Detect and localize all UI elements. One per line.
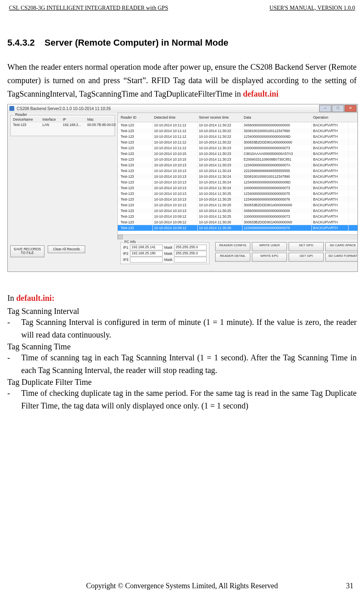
table-cell: 10-10-2014 10:11:12: [153, 139, 198, 145]
app-screenshot: CS208 Backend Server2.0.1.0 10-10-2014 1…: [7, 104, 358, 272]
table-row[interactable]: Test-12310-10-2014 10:10:1310-10-2014 11…: [118, 179, 358, 185]
table-row[interactable]: Test-12310-10-2014 10:10:1510-10-2014 11…: [118, 157, 358, 162]
table-row[interactable]: Test-12310-10-2014 10:11:1210-10-2014 11…: [118, 122, 358, 128]
ip2-field[interactable]: 192.168.25.180: [130, 251, 163, 256]
table-row[interactable]: Test-12310-10-2014 10:10:1310-10-2014 11…: [118, 191, 358, 196]
table-cell: BACKUP\ARTH: [312, 134, 349, 139]
table-cell: 10-10-2014 11:30:24: [198, 174, 243, 179]
table-row[interactable]: Test-12310-10-2014 10:10:1310-10-2014 11…: [118, 196, 358, 202]
mask1-field[interactable]: 255.255.255.0: [174, 245, 207, 250]
scroll-left-icon[interactable]: [118, 235, 123, 239]
get-gpi-button[interactable]: GET GPI: [289, 253, 324, 262]
table-row[interactable]: Test-12310-10-2014 10:10:1310-10-2014 11…: [118, 174, 358, 179]
table-row[interactable]: Test-12310-10-2014 10:11:1210-10-2014 11…: [118, 128, 358, 134]
table-cell: 10-10-2014 10:10:13: [153, 191, 198, 196]
table-cell: 100000000000000000000073: [243, 185, 312, 191]
reader-col-devicename: DeviceName: [13, 117, 42, 121]
table-cell: 300833B2DDD9014000000000: [243, 139, 312, 145]
table-cell: 10-10-2014 11:30:25: [198, 208, 243, 214]
table-cell: E20090331109009B0730C851: [243, 157, 312, 162]
write-user-button[interactable]: WRITE USER: [252, 242, 287, 251]
table-cell: 10-10-2014 10:11:12: [153, 134, 198, 139]
table-row[interactable]: Test-12310-10-2014 10:10:1510-10-2014 11…: [118, 151, 358, 157]
table-cell: Test-123: [119, 151, 153, 157]
table-cell: 345600000000000000000000: [243, 122, 312, 128]
table-cell: BACKUP\ARTH: [312, 145, 349, 151]
table-row[interactable]: Test-12310-10-2014 10:10:1310-10-2014 11…: [118, 168, 358, 174]
table-cell: BACKUP\ARTH: [312, 185, 349, 191]
col-receive-time: Server receive time: [198, 115, 243, 120]
table-cell: Test-123: [119, 208, 153, 214]
mask1-label: Mask: [164, 245, 172, 249]
ip3-label: IP3: [123, 258, 128, 262]
table-cell: BACKUP\ARTH: [312, 214, 349, 219]
table-cell: 10-10-2014 11:30:22: [198, 134, 243, 139]
reader-row[interactable]: Test-123 LAN 192.168.2... 00:05:7B:85:00…: [11, 122, 114, 127]
reader-cell: LAN: [42, 123, 63, 127]
set-gpo-button[interactable]: SET GPO: [289, 242, 324, 251]
table-cell: 10-10-2014 10:09:12: [153, 225, 198, 231]
table-row[interactable]: Test-12310-10-2014 10:11:1210-10-2014 11…: [118, 145, 358, 151]
table-row[interactable]: Test-12310-10-2014 10:10:1310-10-2014 11…: [118, 202, 358, 208]
table-row[interactable]: Test-12310-10-2014 10:10:1310-10-2014 11…: [118, 162, 358, 168]
mask2-label: Mask: [164, 252, 172, 256]
mask2-field[interactable]: 255.255.255.0: [174, 251, 207, 256]
table-cell: Test-123: [119, 179, 153, 185]
mask3-field[interactable]: [174, 257, 207, 263]
table-cell: BACKUP\ARTH: [312, 225, 349, 231]
write-epc-button[interactable]: WRITE EPC: [252, 253, 287, 262]
bullet-duplicate-filter: - Time of checking duplicate tag in the …: [7, 387, 357, 412]
window-maximize-button[interactable]: □: [332, 105, 344, 112]
table-cell: Test-123: [119, 225, 153, 231]
sd-card-format-button[interactable]: SD CARD FORMAT: [325, 253, 358, 262]
table-row[interactable]: Test-12310-10-2014 10:10:1310-10-2014 11…: [118, 185, 358, 191]
window-titlebar: CS208 Backend Server2.0.1.0 10-10-2014 1…: [8, 104, 357, 113]
table-cell: 10-10-2014 11:30:22: [198, 139, 243, 145]
reader-config-button[interactable]: READER CONFIG: [215, 242, 250, 251]
table-cell: 10-10-2014 10:10:13: [153, 174, 198, 179]
table-row[interactable]: Test-12310-10-2014 10:11:1210-10-2014 11…: [118, 139, 358, 145]
table-row[interactable]: Test-12310-10-2014 10:10:1310-10-2014 11…: [118, 208, 358, 214]
clear-all-button[interactable]: Clear All Records: [48, 245, 85, 253]
ip2-label: IP2: [123, 252, 128, 256]
ip1-field[interactable]: 192.168.25.141: [130, 245, 163, 250]
table-cell: BACKUP\ARTH: [312, 122, 349, 128]
table-cell: Test-123: [119, 202, 153, 208]
table-cell: Test-123: [119, 122, 153, 128]
table-cell: 10-10-2014 10:10:13: [153, 179, 198, 185]
table-cell: 10-10-2014 11:30:23: [198, 162, 243, 168]
table-cell: 123400000000000000000075: [243, 191, 312, 196]
table-row[interactable]: Test-12310-10-2014 10:11:1210-10-2014 11…: [118, 134, 358, 139]
table-cell: 10-10-2014 11:30:25: [198, 214, 243, 219]
page-footer: Copyright © Convergence Systems Limited,…: [0, 582, 364, 590]
doc-header-right: USER'S MANUAL, VERSION 1.0.0: [269, 5, 355, 11]
table-cell: 10-10-2014 10:10:15: [153, 151, 198, 157]
horizontal-scrollbar[interactable]: [118, 234, 358, 240]
window-minimize-button[interactable]: –: [319, 105, 331, 112]
table-row[interactable]: Test-12310-10-2014 10:09:1210-10-2014 11…: [118, 214, 358, 219]
reader-detail-button[interactable]: READER DETAIL: [215, 253, 250, 262]
table-row[interactable]: Test-12310-10-2014 10:09:1210-10-2014 11…: [118, 219, 358, 225]
table-cell: Test-123: [119, 134, 153, 139]
ip3-field[interactable]: [130, 257, 163, 263]
sd-card-space-button[interactable]: SD CARD SPACE: [325, 242, 358, 251]
tag-table: Reader ID Detected time Server receive t…: [118, 113, 358, 240]
reader-group: Reader DeviceName Interface IP Mac Test-…: [10, 115, 115, 136]
default-ini-highlight: default.ini: [243, 89, 278, 98]
table-cell: BACKUP\ARTH: [312, 174, 349, 179]
save-records-button[interactable]: SAVE RECORDS TO FILE: [10, 245, 44, 257]
table-row[interactable]: Test-12310-10-2014 10:09:1210-10-2014 11…: [118, 225, 358, 231]
term-scanning-interval: Tag Scanning Interval: [7, 307, 357, 316]
table-cell: 320810010000100112347890: [243, 174, 312, 179]
table-cell: 10-10-2014 10:10:15: [153, 157, 198, 162]
section-number: 5.4.3.2: [7, 38, 35, 48]
reader-group-label: Reader: [14, 113, 29, 117]
reader-cell: 00:05:7B:85:00:03: [87, 123, 115, 127]
table-cell: C9010AAAA0000000000A57A3: [243, 151, 312, 157]
reader-col-interface: Interface: [42, 117, 63, 121]
term-duplicate-filter: Tag Duplicate Filter Time: [7, 377, 357, 387]
table-cell: 10-10-2014 10:10:13: [153, 202, 198, 208]
window-close-button[interactable]: ✕: [344, 105, 357, 112]
table-cell: BACKUP\ARTH: [312, 139, 349, 145]
table-cell: 10-10-2014 11:30:26: [198, 225, 243, 231]
